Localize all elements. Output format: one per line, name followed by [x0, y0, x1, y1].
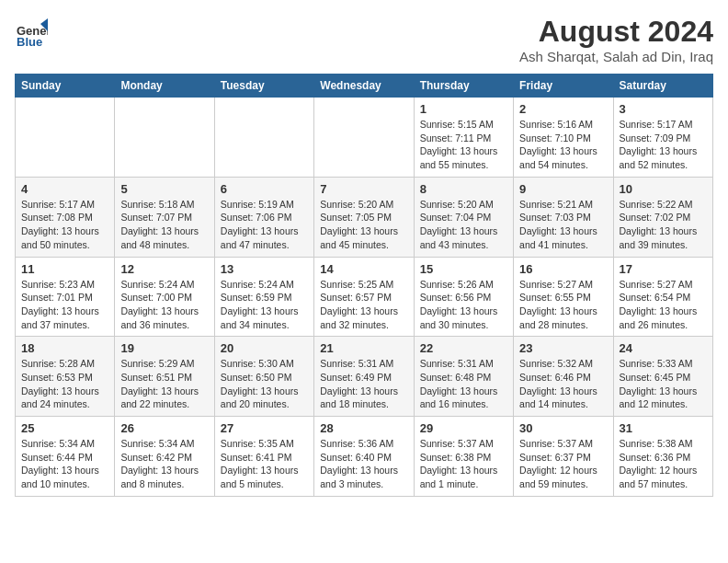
- calendar-cell-week1-day5: 1Sunrise: 5:15 AMSunset: 7:11 PMDaylight…: [414, 98, 513, 178]
- day-number: 25: [21, 421, 108, 435]
- day-info: Sunrise: 5:21 AMSunset: 7:03 PMDaylight:…: [519, 198, 607, 252]
- day-number: 31: [620, 421, 707, 435]
- day-number: 30: [519, 421, 607, 435]
- calendar-cell-week2-day5: 8Sunrise: 5:20 AMSunset: 7:04 PMDaylight…: [414, 177, 513, 257]
- calendar-cell-week3-day3: 13Sunrise: 5:24 AMSunset: 6:59 PMDayligh…: [214, 257, 313, 337]
- day-number: 24: [620, 341, 707, 355]
- day-info: Sunrise: 5:20 AMSunset: 7:05 PMDaylight:…: [320, 198, 407, 252]
- day-number: 17: [620, 262, 707, 276]
- day-info: Sunrise: 5:27 AMSunset: 6:54 PMDaylight:…: [620, 278, 707, 332]
- day-number: 19: [120, 341, 208, 355]
- day-info: Sunrise: 5:22 AMSunset: 7:02 PMDaylight:…: [620, 198, 707, 252]
- day-info: Sunrise: 5:35 AMSunset: 6:41 PMDaylight:…: [221, 437, 308, 491]
- day-number: 18: [21, 341, 108, 355]
- calendar-cell-week1-day2: [115, 98, 214, 178]
- calendar-table: SundayMondayTuesdayWednesdayThursdayFrid…: [15, 74, 713, 497]
- day-info: Sunrise: 5:34 AMSunset: 6:42 PMDaylight:…: [120, 437, 208, 491]
- calendar-cell-week1-day4: [314, 98, 414, 178]
- calendar-cell-week1-day1: [16, 98, 115, 178]
- day-number: 8: [420, 182, 507, 196]
- calendar-cell-week5-day7: 31Sunrise: 5:38 AMSunset: 6:36 PMDayligh…: [613, 417, 712, 497]
- calendar-cell-week4-day3: 20Sunrise: 5:30 AMSunset: 6:50 PMDayligh…: [214, 337, 313, 417]
- day-number: 2: [519, 102, 607, 116]
- day-number: 21: [320, 341, 407, 355]
- day-number: 3: [620, 102, 707, 116]
- calendar-cell-week4-day7: 24Sunrise: 5:33 AMSunset: 6:45 PMDayligh…: [613, 337, 712, 417]
- calendar-cell-week3-day5: 15Sunrise: 5:26 AMSunset: 6:56 PMDayligh…: [414, 257, 513, 337]
- day-number: 11: [21, 262, 108, 276]
- day-info: Sunrise: 5:38 AMSunset: 6:36 PMDaylight:…: [620, 437, 707, 491]
- day-info: Sunrise: 5:16 AMSunset: 7:10 PMDaylight:…: [519, 118, 607, 172]
- day-info: Sunrise: 5:34 AMSunset: 6:44 PMDaylight:…: [21, 437, 108, 491]
- day-number: 13: [221, 262, 308, 276]
- day-number: 22: [420, 341, 507, 355]
- day-info: Sunrise: 5:17 AMSunset: 7:09 PMDaylight:…: [620, 118, 707, 172]
- day-info: Sunrise: 5:24 AMSunset: 7:00 PMDaylight:…: [120, 278, 208, 332]
- day-number: 26: [120, 421, 208, 435]
- calendar-cell-week2-day3: 6Sunrise: 5:19 AMSunset: 7:06 PMDaylight…: [214, 177, 313, 257]
- day-info: Sunrise: 5:37 AMSunset: 6:37 PMDaylight:…: [519, 437, 607, 491]
- svg-text:Blue: Blue: [17, 35, 42, 48]
- calendar-cell-week3-day4: 14Sunrise: 5:25 AMSunset: 6:57 PMDayligh…: [314, 257, 414, 337]
- weekday-header-sunday: Sunday: [16, 75, 115, 98]
- day-info: Sunrise: 5:36 AMSunset: 6:40 PMDaylight:…: [320, 437, 407, 491]
- weekday-header-tuesday: Tuesday: [214, 75, 313, 98]
- day-info: Sunrise: 5:18 AMSunset: 7:07 PMDaylight:…: [120, 198, 208, 252]
- page-title: August 2024: [519, 15, 713, 49]
- day-number: 15: [420, 262, 507, 276]
- day-number: 5: [120, 182, 208, 196]
- calendar-cell-week1-day3: [214, 98, 313, 178]
- day-number: 4: [21, 182, 108, 196]
- calendar-cell-week2-day2: 5Sunrise: 5:18 AMSunset: 7:07 PMDaylight…: [115, 177, 214, 257]
- calendar-cell-week2-day7: 10Sunrise: 5:22 AMSunset: 7:02 PMDayligh…: [613, 177, 712, 257]
- calendar-cell-week1-day6: 2Sunrise: 5:16 AMSunset: 7:10 PMDaylight…: [514, 98, 613, 178]
- day-info: Sunrise: 5:33 AMSunset: 6:45 PMDaylight:…: [620, 357, 707, 411]
- day-info: Sunrise: 5:17 AMSunset: 7:08 PMDaylight:…: [21, 198, 108, 252]
- day-number: 1: [420, 102, 507, 116]
- day-info: Sunrise: 5:28 AMSunset: 6:53 PMDaylight:…: [21, 357, 108, 411]
- day-info: Sunrise: 5:23 AMSunset: 7:01 PMDaylight:…: [21, 278, 108, 332]
- calendar-cell-week4-day6: 23Sunrise: 5:32 AMSunset: 6:46 PMDayligh…: [514, 337, 613, 417]
- day-number: 14: [320, 262, 407, 276]
- weekday-header-wednesday: Wednesday: [314, 75, 414, 98]
- calendar-cell-week3-day2: 12Sunrise: 5:24 AMSunset: 7:00 PMDayligh…: [115, 257, 214, 337]
- calendar-cell-week3-day1: 11Sunrise: 5:23 AMSunset: 7:01 PMDayligh…: [16, 257, 115, 337]
- calendar-cell-week2-day1: 4Sunrise: 5:17 AMSunset: 7:08 PMDaylight…: [16, 177, 115, 257]
- calendar-cell-week2-day4: 7Sunrise: 5:20 AMSunset: 7:05 PMDaylight…: [314, 177, 414, 257]
- calendar-cell-week5-day5: 29Sunrise: 5:37 AMSunset: 6:38 PMDayligh…: [414, 417, 513, 497]
- day-info: Sunrise: 5:31 AMSunset: 6:49 PMDaylight:…: [320, 357, 407, 411]
- day-info: Sunrise: 5:37 AMSunset: 6:38 PMDaylight:…: [420, 437, 507, 491]
- day-number: 23: [519, 341, 607, 355]
- day-info: Sunrise: 5:26 AMSunset: 6:56 PMDaylight:…: [420, 278, 507, 332]
- day-info: Sunrise: 5:29 AMSunset: 6:51 PMDaylight:…: [120, 357, 208, 411]
- day-number: 12: [120, 262, 208, 276]
- calendar-cell-week1-day7: 3Sunrise: 5:17 AMSunset: 7:09 PMDaylight…: [613, 98, 712, 178]
- weekday-header-thursday: Thursday: [414, 75, 513, 98]
- calendar-cell-week3-day7: 17Sunrise: 5:27 AMSunset: 6:54 PMDayligh…: [613, 257, 712, 337]
- calendar-cell-week4-day2: 19Sunrise: 5:29 AMSunset: 6:51 PMDayligh…: [115, 337, 214, 417]
- day-number: 27: [221, 421, 308, 435]
- calendar-cell-week4-day1: 18Sunrise: 5:28 AMSunset: 6:53 PMDayligh…: [16, 337, 115, 417]
- day-info: Sunrise: 5:25 AMSunset: 6:57 PMDaylight:…: [320, 278, 407, 332]
- calendar-cell-week5-day6: 30Sunrise: 5:37 AMSunset: 6:37 PMDayligh…: [514, 417, 613, 497]
- day-info: Sunrise: 5:20 AMSunset: 7:04 PMDaylight:…: [420, 198, 507, 252]
- day-info: Sunrise: 5:30 AMSunset: 6:50 PMDaylight:…: [221, 357, 308, 411]
- day-info: Sunrise: 5:15 AMSunset: 7:11 PMDaylight:…: [420, 118, 507, 172]
- page-subtitle: Ash Sharqat, Salah ad Din, Iraq: [519, 49, 713, 64]
- day-info: Sunrise: 5:19 AMSunset: 7:06 PMDaylight:…: [221, 198, 308, 252]
- calendar-cell-week5-day3: 27Sunrise: 5:35 AMSunset: 6:41 PMDayligh…: [214, 417, 313, 497]
- calendar-cell-week5-day4: 28Sunrise: 5:36 AMSunset: 6:40 PMDayligh…: [314, 417, 414, 497]
- day-number: 7: [320, 182, 407, 196]
- calendar-cell-week3-day6: 16Sunrise: 5:27 AMSunset: 6:55 PMDayligh…: [514, 257, 613, 337]
- day-info: Sunrise: 5:27 AMSunset: 6:55 PMDaylight:…: [519, 278, 607, 332]
- day-number: 29: [420, 421, 507, 435]
- day-info: Sunrise: 5:24 AMSunset: 6:59 PMDaylight:…: [221, 278, 308, 332]
- calendar-cell-week4-day5: 22Sunrise: 5:31 AMSunset: 6:48 PMDayligh…: [414, 337, 513, 417]
- calendar-cell-week2-day6: 9Sunrise: 5:21 AMSunset: 7:03 PMDaylight…: [514, 177, 613, 257]
- weekday-header-monday: Monday: [115, 75, 214, 98]
- calendar-cell-week4-day4: 21Sunrise: 5:31 AMSunset: 6:49 PMDayligh…: [314, 337, 414, 417]
- day-info: Sunrise: 5:31 AMSunset: 6:48 PMDaylight:…: [420, 357, 507, 411]
- logo: General Blue: [15, 15, 51, 48]
- title-area: August 2024 Ash Sharqat, Salah ad Din, I…: [519, 15, 713, 64]
- weekday-header-friday: Friday: [514, 75, 613, 98]
